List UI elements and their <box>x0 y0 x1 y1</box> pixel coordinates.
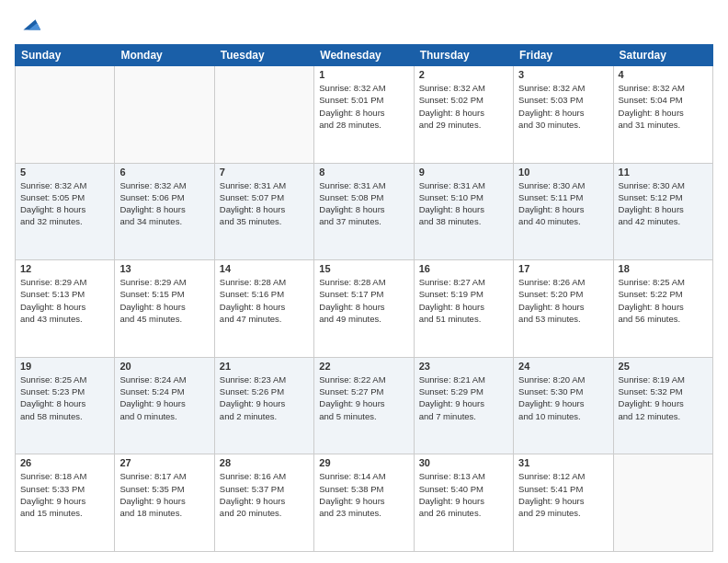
day-number: 31 <box>518 457 608 468</box>
day-cell: 8Sunrise: 8:31 AM Sunset: 5:08 PM Daylig… <box>314 163 414 260</box>
day-info: Sunrise: 8:32 AM Sunset: 5:01 PM Dayligh… <box>319 82 408 131</box>
weekday-header-wednesday: Wednesday <box>314 45 414 66</box>
day-cell: 28Sunrise: 8:16 AM Sunset: 5:37 PM Dayli… <box>214 454 313 552</box>
day-info: Sunrise: 8:31 AM Sunset: 5:10 PM Dayligh… <box>419 179 508 228</box>
weekday-header-thursday: Thursday <box>414 45 513 66</box>
day-number: 1 <box>319 69 408 80</box>
day-cell: 7Sunrise: 8:31 AM Sunset: 5:07 PM Daylig… <box>214 163 313 260</box>
day-number: 13 <box>119 263 209 274</box>
day-number: 2 <box>419 69 508 80</box>
day-info: Sunrise: 8:18 AM Sunset: 5:33 PM Dayligh… <box>20 470 109 519</box>
calendar-table: SundayMondayTuesdayWednesdayThursdayFrid… <box>15 44 713 552</box>
day-number: 8 <box>319 167 408 178</box>
day-cell: 15Sunrise: 8:28 AM Sunset: 5:17 PM Dayli… <box>314 260 414 358</box>
day-number: 3 <box>518 69 608 80</box>
day-info: Sunrise: 8:32 AM Sunset: 5:02 PM Dayligh… <box>419 82 508 131</box>
weekday-header-sunday: Sunday <box>16 45 115 66</box>
day-number: 7 <box>220 167 309 178</box>
day-number: 6 <box>119 167 209 178</box>
day-info: Sunrise: 8:19 AM Sunset: 5:32 PM Dayligh… <box>619 373 708 422</box>
day-info: Sunrise: 8:30 AM Sunset: 5:11 PM Dayligh… <box>518 179 608 228</box>
day-number: 14 <box>220 263 309 274</box>
week-row-3: 12Sunrise: 8:29 AM Sunset: 5:13 PM Dayli… <box>16 260 713 358</box>
day-number: 4 <box>619 69 708 80</box>
week-row-2: 5Sunrise: 8:32 AM Sunset: 5:05 PM Daylig… <box>16 163 713 260</box>
day-info: Sunrise: 8:27 AM Sunset: 5:19 PM Dayligh… <box>419 276 508 325</box>
day-cell: 11Sunrise: 8:30 AM Sunset: 5:12 PM Dayli… <box>613 163 712 260</box>
day-cell: 12Sunrise: 8:29 AM Sunset: 5:13 PM Dayli… <box>16 260 115 358</box>
day-number: 15 <box>319 263 408 274</box>
day-cell: 21Sunrise: 8:23 AM Sunset: 5:26 PM Dayli… <box>214 357 313 454</box>
day-info: Sunrise: 8:32 AM Sunset: 5:06 PM Dayligh… <box>119 179 209 228</box>
day-info: Sunrise: 8:29 AM Sunset: 5:15 PM Dayligh… <box>119 276 209 325</box>
day-number: 19 <box>20 361 109 372</box>
day-cell: 29Sunrise: 8:14 AM Sunset: 5:38 PM Dayli… <box>314 454 414 552</box>
day-cell: 3Sunrise: 8:32 AM Sunset: 5:03 PM Daylig… <box>514 66 613 164</box>
day-info: Sunrise: 8:20 AM Sunset: 5:30 PM Dayligh… <box>518 373 608 422</box>
weekday-header-row: SundayMondayTuesdayWednesdayThursdayFrid… <box>16 45 713 66</box>
day-cell: 25Sunrise: 8:19 AM Sunset: 5:32 PM Dayli… <box>613 357 712 454</box>
day-info: Sunrise: 8:29 AM Sunset: 5:13 PM Dayligh… <box>20 276 109 325</box>
day-number: 5 <box>20 167 109 178</box>
logo-icon <box>17 11 42 37</box>
weekday-header-saturday: Saturday <box>613 45 712 66</box>
day-cell <box>16 66 115 164</box>
day-info: Sunrise: 8:24 AM Sunset: 5:24 PM Dayligh… <box>119 373 209 422</box>
day-info: Sunrise: 8:28 AM Sunset: 5:17 PM Dayligh… <box>319 276 408 325</box>
day-info: Sunrise: 8:16 AM Sunset: 5:37 PM Dayligh… <box>220 470 309 519</box>
day-info: Sunrise: 8:32 AM Sunset: 5:04 PM Dayligh… <box>619 82 708 131</box>
day-info: Sunrise: 8:25 AM Sunset: 5:22 PM Dayligh… <box>619 276 708 325</box>
week-row-1: 1Sunrise: 8:32 AM Sunset: 5:01 PM Daylig… <box>16 66 713 164</box>
day-cell: 26Sunrise: 8:18 AM Sunset: 5:33 PM Dayli… <box>16 454 115 552</box>
day-cell: 31Sunrise: 8:12 AM Sunset: 5:41 PM Dayli… <box>514 454 613 552</box>
day-number: 25 <box>619 361 708 372</box>
day-cell: 17Sunrise: 8:26 AM Sunset: 5:20 PM Dayli… <box>514 260 613 358</box>
day-number: 24 <box>518 361 608 372</box>
day-cell: 5Sunrise: 8:32 AM Sunset: 5:05 PM Daylig… <box>16 163 115 260</box>
day-number: 29 <box>319 457 408 468</box>
day-cell <box>214 66 313 164</box>
day-info: Sunrise: 8:14 AM Sunset: 5:38 PM Dayligh… <box>319 470 408 519</box>
day-number: 28 <box>220 457 309 468</box>
day-number: 23 <box>419 361 508 372</box>
day-number: 21 <box>220 361 309 372</box>
day-cell: 16Sunrise: 8:27 AM Sunset: 5:19 PM Dayli… <box>414 260 513 358</box>
day-info: Sunrise: 8:13 AM Sunset: 5:40 PM Dayligh… <box>419 470 508 519</box>
day-cell <box>115 66 214 164</box>
header <box>15 11 713 37</box>
day-info: Sunrise: 8:26 AM Sunset: 5:20 PM Dayligh… <box>518 276 608 325</box>
day-number: 18 <box>619 263 708 274</box>
day-cell: 1Sunrise: 8:32 AM Sunset: 5:01 PM Daylig… <box>314 66 414 164</box>
day-info: Sunrise: 8:25 AM Sunset: 5:23 PM Dayligh… <box>20 373 109 422</box>
weekday-header-monday: Monday <box>115 45 214 66</box>
day-info: Sunrise: 8:28 AM Sunset: 5:16 PM Dayligh… <box>220 276 309 325</box>
day-info: Sunrise: 8:21 AM Sunset: 5:29 PM Dayligh… <box>419 373 508 422</box>
day-cell: 18Sunrise: 8:25 AM Sunset: 5:22 PM Dayli… <box>613 260 712 358</box>
day-cell: 4Sunrise: 8:32 AM Sunset: 5:04 PM Daylig… <box>613 66 712 164</box>
day-info: Sunrise: 8:12 AM Sunset: 5:41 PM Dayligh… <box>518 470 608 519</box>
day-info: Sunrise: 8:31 AM Sunset: 5:08 PM Dayligh… <box>319 179 408 228</box>
day-number: 10 <box>518 167 608 178</box>
week-row-5: 26Sunrise: 8:18 AM Sunset: 5:33 PM Dayli… <box>16 454 713 552</box>
day-cell: 13Sunrise: 8:29 AM Sunset: 5:15 PM Dayli… <box>115 260 214 358</box>
day-number: 16 <box>419 263 508 274</box>
day-number: 12 <box>20 263 109 274</box>
week-row-4: 19Sunrise: 8:25 AM Sunset: 5:23 PM Dayli… <box>16 357 713 454</box>
day-info: Sunrise: 8:32 AM Sunset: 5:03 PM Dayligh… <box>518 82 608 131</box>
day-number: 27 <box>119 457 209 468</box>
day-info: Sunrise: 8:23 AM Sunset: 5:26 PM Dayligh… <box>220 373 309 422</box>
day-cell: 30Sunrise: 8:13 AM Sunset: 5:40 PM Dayli… <box>414 454 513 552</box>
day-cell: 19Sunrise: 8:25 AM Sunset: 5:23 PM Dayli… <box>16 357 115 454</box>
day-cell: 27Sunrise: 8:17 AM Sunset: 5:35 PM Dayli… <box>115 454 214 552</box>
logo <box>15 11 42 37</box>
page: SundayMondayTuesdayWednesdayThursdayFrid… <box>0 0 728 563</box>
day-info: Sunrise: 8:17 AM Sunset: 5:35 PM Dayligh… <box>119 470 209 519</box>
day-info: Sunrise: 8:32 AM Sunset: 5:05 PM Dayligh… <box>20 179 109 228</box>
weekday-header-friday: Friday <box>514 45 613 66</box>
day-number: 17 <box>518 263 608 274</box>
day-cell: 10Sunrise: 8:30 AM Sunset: 5:11 PM Dayli… <box>514 163 613 260</box>
day-number: 9 <box>419 167 508 178</box>
day-cell: 23Sunrise: 8:21 AM Sunset: 5:29 PM Dayli… <box>414 357 513 454</box>
day-number: 22 <box>319 361 408 372</box>
day-cell: 20Sunrise: 8:24 AM Sunset: 5:24 PM Dayli… <box>115 357 214 454</box>
